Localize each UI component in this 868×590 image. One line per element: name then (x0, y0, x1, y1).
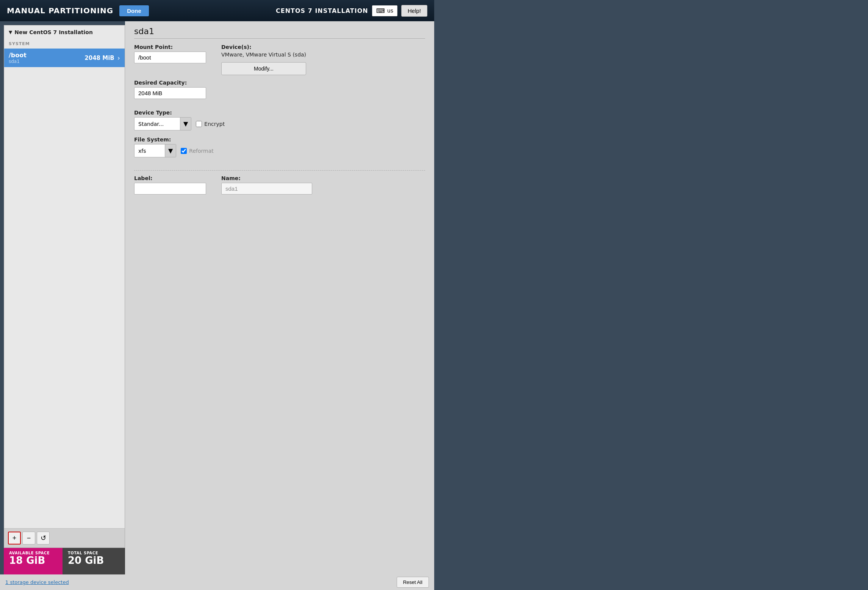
section-gap-1 (134, 104, 425, 110)
mount-point-input[interactable] (134, 52, 206, 63)
triangle-icon: ▼ (9, 30, 12, 35)
header: MANUAL PARTITIONING Done CENTOS 7 INSTAL… (0, 0, 434, 21)
devices-col: Device(s): VMware, VMware Virtual S (sda… (221, 44, 306, 75)
page-title: MANUAL PARTITIONING (7, 6, 113, 15)
installation-header: ▼ New CentOS 7 Installation (4, 25, 125, 39)
system-label: SYSTEM (4, 39, 125, 49)
modify-button[interactable]: Modify... (221, 62, 306, 75)
partition-size: 2048 MiB (84, 55, 114, 61)
devices-label: Device(s): (221, 44, 306, 50)
devices-value: VMware, VMware Virtual S (sda) (221, 52, 306, 58)
name-field-label: Name: (221, 175, 312, 181)
capacity-row: Desired Capacity: (134, 80, 425, 99)
partition-device: sda1 (9, 59, 84, 64)
device-type-col: Device Type: Standar... ▼ Encrypt (134, 110, 425, 133)
right-panel: sda1 Mount Point: Device(s): VMware, VMw… (125, 21, 434, 574)
encrypt-checkbox[interactable] (196, 121, 202, 127)
done-button[interactable]: Done (119, 5, 149, 16)
centos-title: CENTOS 7 INSTALLATION (276, 7, 368, 14)
fs-dropdown-arrow[interactable]: ▼ (165, 144, 176, 157)
fs-select-wrapper[interactable]: xfs ▼ (134, 144, 176, 157)
keyboard-input[interactable]: ⌨ us (372, 5, 397, 16)
reformat-label: Reformat (189, 148, 213, 154)
file-system-col: File System: xfs ▼ Reformat (134, 137, 425, 162)
left-panel: ▼ New CentOS 7 Installation SYSTEM /boot… (4, 25, 125, 548)
encrypt-label: Encrypt (204, 121, 225, 127)
device-type-value: Standar... (135, 118, 180, 130)
name-col: Name: (221, 175, 312, 195)
encrypt-row: Encrypt (196, 121, 225, 127)
app-window: MANUAL PARTITIONING Done CENTOS 7 INSTAL… (0, 0, 434, 590)
label-input[interactable] (134, 183, 206, 195)
device-type-row: Standar... ▼ Encrypt (134, 117, 425, 130)
help-button[interactable]: Help! (401, 5, 427, 17)
reformat-checkbox[interactable] (181, 148, 187, 154)
left-panel-spacer (4, 67, 125, 528)
divider-line (134, 38, 425, 39)
partition-name: /boot (9, 52, 84, 59)
bottom-bar: 1 storage device selected Reset All (0, 574, 434, 590)
label-field-label: Label: (134, 175, 206, 181)
label-col: Label: (134, 175, 206, 195)
mount-point-col: Mount Point: (134, 44, 206, 75)
arrow-icon: › (117, 54, 120, 62)
remove-partition-button[interactable]: − (22, 532, 35, 544)
dashed-divider (134, 170, 425, 171)
left-toolbar: + − ↺ (4, 528, 125, 548)
add-partition-button[interactable]: + (8, 532, 21, 544)
fs-value: xfs (135, 145, 165, 157)
header-right: CENTOS 7 INSTALLATION ⌨ us Help! (276, 5, 427, 17)
header-left: MANUAL PARTITIONING Done (7, 5, 149, 16)
device-type-dropdown-arrow[interactable]: ▼ (180, 118, 191, 130)
mount-devices-row: Mount Point: Device(s): VMware, VMware V… (134, 44, 425, 75)
refresh-button[interactable]: ↺ (37, 532, 50, 544)
fs-row: xfs ▼ Reformat (134, 144, 425, 157)
device-type-select-wrapper[interactable]: Standar... ▼ (134, 117, 191, 130)
label-name-row: Label: Name: (134, 175, 425, 195)
reset-all-button[interactable]: Reset All (397, 577, 429, 588)
desired-capacity-input[interactable] (134, 87, 206, 99)
partition-title: sda1 (134, 27, 425, 36)
available-space-block: AVAILABLE SPACE 18 GiB (4, 548, 63, 574)
partition-info: /boot sda1 (9, 52, 84, 64)
keyboard-icon: ⌨ (376, 7, 385, 14)
left-wrapper: ▼ New CentOS 7 Installation SYSTEM /boot… (4, 25, 125, 574)
total-space-block: TOTAL SPACE 20 GiB (63, 548, 125, 574)
available-space-value: 18 GiB (9, 555, 57, 566)
device-type-label: Device Type: (134, 110, 425, 116)
installation-label: New CentOS 7 Installation (14, 29, 93, 35)
keyboard-lang: us (387, 8, 393, 14)
name-input[interactable] (221, 183, 312, 195)
capacity-col: Desired Capacity: (134, 80, 206, 99)
storage-link[interactable]: 1 storage device selected (5, 579, 69, 585)
partition-item[interactable]: /boot sda1 2048 MiB › (4, 49, 125, 67)
content-area: ▼ New CentOS 7 Installation SYSTEM /boot… (0, 21, 434, 574)
mount-point-label: Mount Point: (134, 44, 206, 50)
space-info: AVAILABLE SPACE 18 GiB TOTAL SPACE 20 Gi… (4, 548, 125, 574)
reformat-row: Reformat (181, 148, 213, 154)
desired-capacity-label: Desired Capacity: (134, 80, 206, 86)
file-system-label: File System: (134, 137, 425, 143)
total-space-value: 20 GiB (68, 555, 120, 566)
